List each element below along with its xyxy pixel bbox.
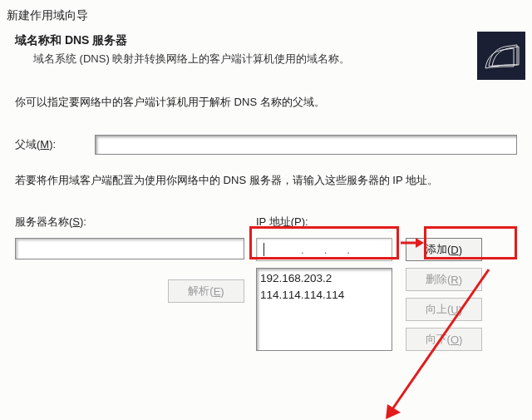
intro-text: 你可以指定要网络中的客户端计算机用于解析 DNS 名称的父域。 — [15, 95, 517, 110]
ip-address-label: IP 地址(P): — [256, 215, 517, 230]
header-description: 域名系统 (DNS) 映射并转换网络上的客户端计算机使用的域名称。 — [33, 52, 529, 67]
wizard-dialog: 新建作用域向导 域名称和 DNS 服务器 域名系统 (DNS) 映射并转换网络上… — [0, 0, 532, 420]
remove-button[interactable]: 删除(R) — [406, 268, 482, 291]
move-up-button[interactable]: 向上(U) — [406, 298, 482, 321]
wizard-header: 域名称和 DNS 服务器 域名系统 (DNS) 映射并转换网络上的客户端计算机使… — [3, 28, 529, 73]
parent-domain-label: 父域(M): — [15, 137, 95, 152]
resolve-button[interactable]: 解析(E) — [168, 279, 244, 303]
window-title: 新建作用域向导 — [7, 8, 529, 23]
list-item[interactable]: 192.168.203.2 — [260, 270, 388, 287]
parent-domain-row: 父域(M): — [15, 135, 517, 155]
move-down-button[interactable]: 向下(O) — [406, 328, 482, 351]
wizard-body: 你可以指定要网络中的客户端计算机用于解析 DNS 名称的父域。 父域(M): 若… — [3, 73, 529, 351]
ip-address-list[interactable]: 192.168.203.2 114.114.114.114 — [256, 268, 392, 351]
server-name-input[interactable] — [15, 238, 244, 259]
ip-dot-separators: ... — [264, 244, 387, 256]
header-title: 域名称和 DNS 服务器 — [15, 33, 529, 48]
list-item[interactable]: 114.114.114.114 — [260, 287, 388, 304]
parent-domain-input[interactable] — [95, 135, 517, 155]
svg-marker-4 — [386, 404, 401, 419]
server-name-label: 服务器名称(S): — [15, 215, 244, 230]
ip-address-input[interactable]: ... — [256, 238, 392, 261]
add-button[interactable]: 添加(D) — [406, 238, 482, 261]
dns-hint-text: 若要将作用域客户端配置为使用你网络中的 DNS 服务器，请输入这些服务器的 IP… — [15, 173, 517, 188]
